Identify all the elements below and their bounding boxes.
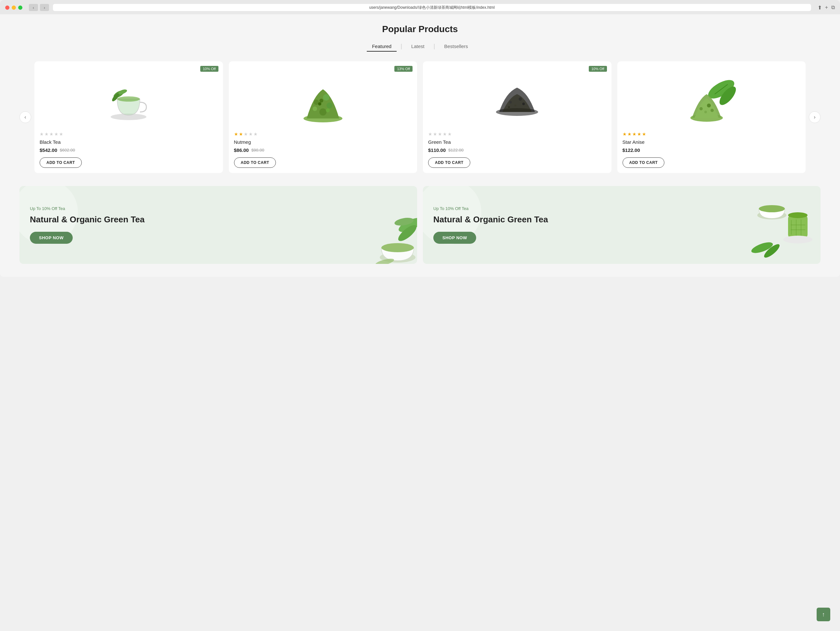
promo-banner-right: Up To 10% Off Tea Natural & Organic Gree… (423, 186, 821, 264)
star-4: ★ (54, 131, 58, 137)
promo-title-left: Natural & Organic Green Tea (30, 214, 407, 225)
star-1: ★ (622, 131, 627, 137)
star-5: ★ (254, 131, 258, 137)
product-name-green-tea: Green Tea (428, 139, 606, 145)
traffic-light-red[interactable] (5, 6, 9, 10)
price-original-black-tea: $602.00 (60, 148, 75, 153)
product-name-star-anise: Star Anise (622, 139, 801, 145)
back-to-top-button[interactable]: ↑ (816, 607, 830, 621)
add-to-cart-star-anise[interactable]: ADD TO CART (622, 158, 665, 168)
next-arrow-button[interactable]: › (809, 111, 821, 123)
product-card-green-tea: 10% Off ★ (423, 62, 611, 173)
product-image-star-anise (622, 66, 801, 131)
browser-toolbar: ‹ › ⬆ + ⧉ (5, 4, 835, 11)
star-2: ★ (44, 131, 49, 137)
svg-point-43 (783, 236, 812, 243)
star-3: ★ (632, 131, 636, 137)
promo-banner-left: Up To 10% Off Tea Natural & Organic Gree… (19, 186, 417, 264)
traffic-light-green[interactable] (18, 6, 22, 10)
svg-point-29 (381, 243, 414, 252)
svg-point-1 (117, 96, 140, 102)
price-original-green-tea: $122.00 (448, 148, 464, 153)
svg-point-8 (319, 99, 323, 103)
svg-point-26 (704, 111, 707, 113)
svg-point-17 (515, 104, 516, 106)
star-4: ★ (443, 131, 447, 137)
promo-image-right (746, 189, 817, 262)
share-button[interactable]: ⬆ (818, 5, 822, 11)
svg-point-10 (313, 106, 317, 111)
product-image-nutmeg (234, 66, 412, 131)
star-2: ★ (239, 131, 243, 137)
prev-arrow-button[interactable]: ‹ (19, 111, 31, 123)
product-image-green-tea (428, 66, 606, 131)
star-4: ★ (249, 131, 253, 137)
svg-point-7 (323, 94, 330, 101)
product-name-black-tea: Black Tea (39, 139, 218, 145)
star-2: ★ (627, 131, 632, 137)
traffic-light-yellow[interactable] (12, 6, 16, 10)
promo-label-left: Up To 10% Off Tea (30, 206, 407, 211)
product-price-black-tea: $542.00 $602.00 (39, 147, 218, 153)
star-4: ★ (637, 131, 641, 137)
svg-point-24 (699, 107, 703, 110)
star-1: ★ (234, 131, 238, 137)
traffic-lights (5, 6, 22, 10)
promo-label-right: Up To 10% Off Tea (433, 206, 810, 211)
stars-nutmeg: ★ ★ ★ ★ ★ (234, 131, 412, 137)
star-5: ★ (642, 131, 646, 137)
tab-latest[interactable]: Latest (402, 41, 434, 52)
stars-star-anise: ★ ★ ★ ★ ★ (622, 131, 801, 137)
product-name-nutmeg: Nutmeg (234, 139, 412, 145)
product-price-green-tea: $110.00 $122.00 (428, 147, 606, 153)
star-2: ★ (433, 131, 437, 137)
svg-point-13 (326, 109, 330, 112)
shop-now-button-left[interactable]: SHOP NOW (30, 232, 73, 244)
add-to-cart-nutmeg[interactable]: ADD TO CART (234, 158, 276, 168)
tab-bestsellers[interactable]: Bestsellers (435, 41, 477, 52)
browser-actions: ⬆ + ⧉ (818, 5, 835, 11)
address-bar[interactable] (53, 4, 811, 11)
stars-green-tea: ★ ★ ★ ★ ★ (428, 131, 606, 137)
svg-point-25 (707, 104, 711, 107)
promo-title-right: Natural & Organic Green Tea (433, 214, 810, 225)
tab-featured[interactable]: Featured (363, 41, 401, 52)
add-to-cart-green-tea[interactable]: ADD TO CART (428, 158, 470, 168)
star-3: ★ (49, 131, 54, 137)
star-1: ★ (428, 131, 432, 137)
products-grid: 10% Off (35, 62, 805, 173)
star-3: ★ (438, 131, 442, 137)
promo-banners: Up To 10% Off Tea Natural & Organic Gree… (19, 186, 821, 264)
stars-black-tea: ★ ★ ★ ★ ★ (39, 131, 218, 137)
product-price-star-anise: $122.00 (622, 147, 801, 153)
star-5: ★ (448, 131, 452, 137)
badge-black-tea: 10% Off (200, 66, 218, 72)
sidebar-button[interactable]: ⧉ (831, 5, 835, 11)
shop-now-button-right[interactable]: SHOP NOW (433, 232, 476, 244)
product-image-black-tea (39, 66, 218, 131)
nav-icons: ‹ › (29, 4, 49, 11)
badge-nutmeg: 13% Off (394, 66, 412, 72)
section-title: Popular Products (19, 24, 821, 35)
product-card-star-anise: ★ ★ ★ ★ ★ Star Anise $122.00 ADD TO CART (617, 62, 806, 173)
product-card-black-tea: 10% Off (35, 62, 223, 173)
badge-green-tea: 10% Off (589, 66, 607, 72)
svg-point-16 (519, 97, 522, 101)
star-3: ★ (244, 131, 248, 137)
price-current-black-tea: $542.00 (39, 147, 57, 153)
svg-point-18 (522, 103, 525, 105)
back-button[interactable]: ‹ (29, 4, 38, 11)
product-tabs: Featured | Latest | Bestsellers (19, 41, 821, 52)
price-current-green-tea: $110.00 (428, 147, 446, 153)
product-card-nutmeg: 13% Off (229, 62, 417, 173)
price-original-nutmeg: $98.00 (251, 148, 264, 153)
svg-point-11 (319, 109, 327, 115)
star-5: ★ (59, 131, 63, 137)
product-price-nutmeg: $86.00 $98.00 (234, 147, 412, 153)
add-to-cart-black-tea[interactable]: ADD TO CART (39, 158, 82, 168)
price-current-nutmeg: $86.00 (234, 147, 249, 153)
svg-point-9 (327, 103, 332, 109)
new-tab-button[interactable]: + (825, 5, 828, 11)
svg-point-12 (318, 102, 321, 106)
forward-button[interactable]: › (40, 4, 49, 11)
